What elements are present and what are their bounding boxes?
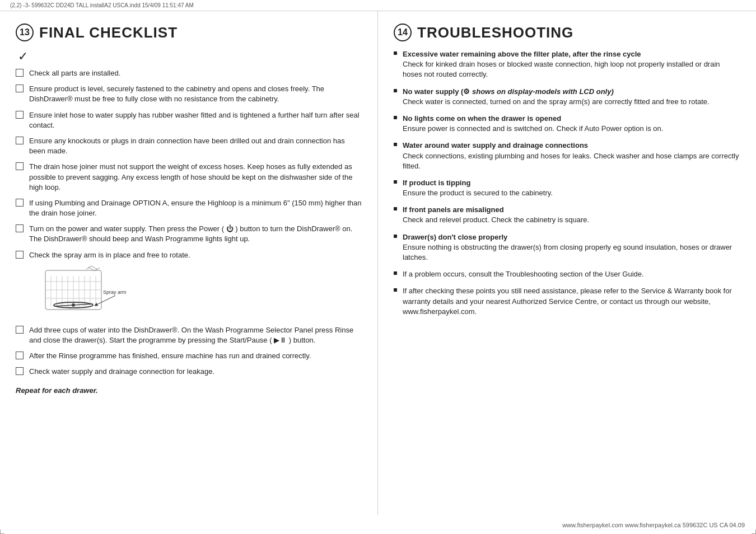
spray-arm-image: Spray arm (43, 265, 132, 315)
section-header-troubleshooting: 14 TROUBLESHOOTING (394, 24, 740, 41)
trouble-content-5: If product is tipping Ensure the product… (403, 178, 553, 198)
checkbox-5[interactable] (16, 162, 24, 170)
section-number-13: 13 (16, 24, 34, 41)
checklist-text-8: Check the spray arm is in place and free… (29, 250, 190, 260)
repeat-text: Repeat for each drawer. (16, 386, 362, 395)
trouble-item-6: If front panels are misaligned Check and… (394, 205, 740, 225)
bullet-8 (394, 271, 397, 275)
svg-line-21 (96, 296, 115, 305)
trouble-bold-2: No water supply (⚙ shows on display-mode… (403, 87, 614, 96)
trouble-content-2: No water supply (⚙ shows on display-mode… (403, 87, 710, 107)
trouble-normal-4: Check connections, existing plumbing and… (403, 152, 739, 170)
checkbox-8[interactable] (16, 251, 24, 259)
bullet-4 (394, 143, 397, 146)
svg-text:Spray arm: Spray arm (103, 289, 127, 295)
svg-point-19 (62, 305, 63, 306)
trouble-content-3: No lights come on when the drawer is ope… (403, 114, 663, 134)
trouble-item-9: If after checking these points you still… (394, 286, 740, 317)
checklist-text-3: Ensure inlet hose to water supply has ru… (29, 110, 362, 130)
trouble-normal-2: Check water is connected, turned on and … (403, 97, 710, 106)
checklist-item-6: If using Plumbing and Drainage OPTION A,… (16, 198, 362, 218)
checklist-item-4: Ensure any knockouts or plugs in drain c… (16, 136, 362, 156)
svg-point-20 (56, 305, 57, 306)
trouble-content-9: If after checking these points you still… (403, 286, 740, 317)
checkmark-symbol: ✓ (18, 49, 362, 64)
svg-point-17 (81, 304, 82, 305)
checklist-item-7: Turn on the power and water supply. Then… (16, 224, 362, 244)
trouble-bold-5: If product is tipping (403, 179, 470, 187)
section-header-checklist: 13 FINAL CHECKLIST (16, 24, 362, 41)
checklist-item-11: Check water supply and drainage connecti… (16, 367, 362, 377)
checklist-item-8: Check the spray arm is in place and free… (16, 250, 362, 320)
checklist-item-10: After the Rinse programme has finished, … (16, 351, 362, 361)
trouble-normal-1: Check for kinked drain hoses or blocked … (403, 60, 720, 78)
checkbox-10[interactable] (16, 352, 24, 359)
header-text: (2,2) -3- 599632C DD24D TALL installA2 U… (10, 2, 194, 8)
checkbox-2[interactable] (16, 85, 24, 92)
checklist-text-2: Ensure product is level, securely fasten… (29, 84, 362, 104)
trouble-bold-3: No lights come on when the drawer is ope… (403, 114, 561, 123)
spray-arm-svg: Spray arm (43, 265, 132, 315)
trouble-normal-9: If after checking these points you still… (403, 287, 732, 315)
right-column: 14 TROUBLESHOOTING Excessive water remai… (378, 11, 756, 515)
trouble-content-8: If a problem occurs, consult the Trouble… (403, 269, 644, 279)
troubleshooting-list: Excessive water remaining above the filt… (394, 49, 740, 317)
checkbox-4[interactable] (16, 137, 24, 144)
footer-text: www.fisherpaykel.com www.fisherpaykel.ca… (562, 522, 745, 528)
checkbox-7[interactable] (16, 224, 24, 232)
bullet-6 (394, 207, 397, 210)
bullet-9 (394, 288, 397, 292)
trouble-normal-3: Ensure power is connected and is switche… (403, 124, 663, 133)
trouble-item-5: If product is tipping Ensure the product… (394, 178, 740, 198)
trouble-item-7: Drawer(s) don't close properly Ensure no… (394, 232, 740, 263)
footer-corner-right (752, 530, 756, 534)
trouble-bold-6: If front panels are misaligned (403, 205, 504, 214)
checkbox-1[interactable] (16, 69, 24, 77)
trouble-content-7: Drawer(s) don't close properly Ensure no… (403, 232, 740, 263)
checklist-item-5: The drain hose joiner must not support t… (16, 162, 362, 193)
trouble-normal-8: If a problem occurs, consult the Trouble… (403, 270, 644, 278)
bullet-7 (394, 235, 397, 238)
trouble-normal-6: Check and relevel product. Check the cab… (403, 216, 589, 224)
bullet-2 (394, 89, 397, 92)
section-title-checklist: FINAL CHECKLIST (39, 24, 178, 41)
left-column: 13 FINAL CHECKLIST ✓ Check all parts are… (0, 11, 378, 515)
checkbox-6[interactable] (16, 199, 24, 207)
trouble-normal-7: Ensure nothing is obstructing the drawer… (403, 243, 732, 261)
checkbox-3[interactable] (16, 111, 24, 119)
checklist-text-10: After the Rinse programme has finished, … (29, 351, 311, 361)
trouble-item-1: Excessive water remaining above the filt… (394, 49, 740, 80)
checklist-text-9: Add three cups of water into the DishDra… (29, 325, 362, 345)
section-title-troubleshooting: TROUBLESHOOTING (417, 24, 573, 41)
trouble-bold-7: Drawer(s) don't close properly (403, 233, 507, 241)
svg-point-18 (87, 303, 88, 305)
checklist-text-5: The drain hose joiner must not support t… (29, 162, 362, 193)
page-footer: www.fisherpaykel.com www.fisherpaykel.ca… (562, 522, 745, 528)
checkbox-9[interactable] (16, 326, 24, 334)
trouble-content-1: Excessive water remaining above the filt… (403, 49, 740, 80)
checklist-item-1: Check all parts are installed. (16, 68, 362, 78)
main-layout: 13 FINAL CHECKLIST ✓ Check all parts are… (0, 11, 756, 515)
trouble-content-6: If front panels are misaligned Check and… (403, 205, 589, 225)
trouble-item-4: Water around water supply and drainage c… (394, 140, 740, 171)
bullet-1 (394, 51, 397, 55)
checklist-text-7: Turn on the power and water supply. Then… (29, 224, 362, 244)
bullet-5 (394, 180, 397, 184)
trouble-bold-1: Excessive water remaining above the filt… (403, 50, 641, 58)
checklist-item-3: Ensure inlet hose to water supply has ru… (16, 110, 362, 130)
trouble-content-4: Water around water supply and drainage c… (403, 140, 740, 171)
checklist-text-4: Ensure any knockouts or plugs in drain c… (29, 136, 362, 156)
footer-corner-left (0, 530, 4, 534)
trouble-item-8: If a problem occurs, consult the Trouble… (394, 269, 740, 279)
bullet-3 (394, 116, 397, 119)
checklist-item-2: Ensure product is level, securely fasten… (16, 84, 362, 104)
page-header: (2,2) -3- 599632C DD24D TALL installA2 U… (0, 0, 756, 11)
trouble-item-3: No lights come on when the drawer is ope… (394, 114, 740, 134)
checklist-text-1: Check all parts are installed. (29, 68, 120, 78)
section-number-14: 14 (394, 24, 412, 41)
checklist-item-9: Add three cups of water into the DishDra… (16, 325, 362, 345)
trouble-normal-5: Ensure the product is secured to the cab… (403, 189, 553, 197)
checklist-text-11: Check water supply and drainage connecti… (29, 367, 214, 377)
checkbox-11[interactable] (16, 367, 24, 375)
trouble-item-2: No water supply (⚙ shows on display-mode… (394, 87, 740, 107)
